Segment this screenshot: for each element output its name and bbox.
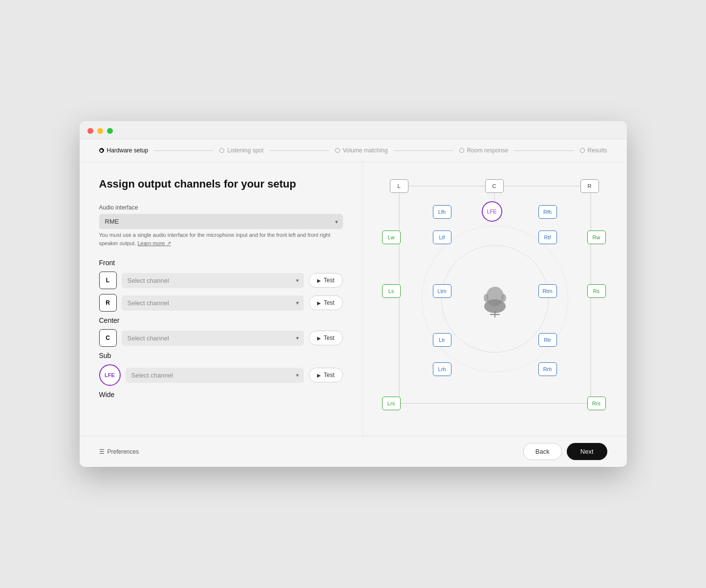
channel-select-wrapper-lfe: Select channel ▾ [126, 368, 304, 383]
speaker-node-LFE: LFE [482, 201, 502, 222]
channel-row-c: C Select channel ▾ ▶ Test [99, 329, 343, 347]
channel-select-wrapper-l: Select channel ▾ [122, 273, 304, 288]
play-icon-r: ▶ [317, 300, 321, 306]
channel-row-r: R Select channel ▾ ▶ Test [99, 294, 343, 312]
step-listening[interactable]: Listening spot [219, 147, 263, 154]
step-line-3 [394, 150, 453, 151]
step-results[interactable]: Results [580, 147, 607, 154]
step-label-volume: Volume matching [343, 147, 388, 154]
wide-label: Wide [99, 391, 343, 399]
sub-label: Sub [99, 352, 343, 359]
speaker-node-Rfh: Rfh [538, 205, 557, 219]
step-dot-listening [219, 148, 224, 153]
play-icon-lfe: ▶ [317, 373, 321, 378]
channel-select-c[interactable]: Select channel [122, 331, 304, 346]
speaker-node-Ltf: Ltf [433, 231, 451, 244]
main-content: Assign output channels for your setup Au… [80, 162, 627, 436]
front-section: Front L Select channel ▾ ▶ Test [99, 259, 343, 312]
progress-bar: Hardware setup Listening spot Volume mat… [80, 139, 627, 162]
footer: ☰ Preferences Back Next [80, 436, 627, 467]
step-line-4 [514, 150, 574, 151]
step-label-listening: Listening spot [227, 147, 263, 154]
step-dot-results [580, 148, 585, 153]
speaker-node-Rtr: Rtr [538, 333, 557, 347]
channel-select-lfe[interactable]: Select channel [126, 368, 304, 383]
audio-interface-section: Audio interface RME ▾ You must use a sin… [99, 204, 343, 247]
channel-select-l[interactable]: Select channel [122, 273, 304, 288]
preferences-button[interactable]: ☰ Preferences [99, 448, 139, 455]
speaker-node-C: C [485, 179, 504, 193]
test-button-l[interactable]: ▶ Test [309, 273, 342, 288]
speaker-node-Ltm: Ltm [433, 284, 451, 298]
next-button[interactable]: Next [567, 443, 607, 460]
listener-head [480, 284, 510, 314]
step-dot-hardware [99, 148, 104, 153]
center-section: Center C Select channel ▾ ▶ Test [99, 316, 343, 347]
step-label-room: Room response [467, 147, 509, 154]
channel-badge-c: C [99, 329, 117, 347]
svg-point-9 [501, 294, 506, 302]
speaker-node-Lrs: Lrs [382, 397, 401, 410]
sub-section: Sub LFE Select channel ▾ ▶ Test [99, 352, 343, 386]
speaker-node-R: R [580, 179, 599, 193]
speaker-node-Rw: Rw [587, 231, 606, 244]
preferences-label: Preferences [107, 448, 139, 455]
play-icon-l: ▶ [317, 278, 321, 283]
preferences-icon: ☰ [99, 448, 105, 455]
step-dot-room [459, 148, 464, 153]
front-label: Front [99, 259, 343, 267]
audio-interface-label: Audio interface [99, 204, 343, 211]
speaker-node-Rtf: Rtf [538, 231, 557, 244]
wide-section: Wide [99, 391, 343, 399]
test-button-lfe[interactable]: ▶ Test [309, 368, 342, 382]
speaker-node-L: L [390, 179, 408, 193]
speaker-diagram: L C R Lfh LFE Rfh Lw Ltf Rtf Rw [375, 172, 615, 426]
speaker-node-Ls: Ls [382, 284, 401, 298]
play-icon-c: ▶ [317, 336, 321, 341]
step-label-hardware: Hardware setup [107, 147, 149, 154]
speaker-node-Lrh: Lrh [433, 362, 451, 376]
channel-select-r[interactable]: Select channel [122, 295, 304, 311]
speaker-node-Rs: Rs [587, 284, 606, 298]
maximize-button[interactable] [107, 128, 113, 134]
speaker-node-Rrs: Rrs [587, 397, 606, 410]
step-line-1 [154, 150, 214, 151]
speaker-node-Ltr: Ltr [433, 333, 451, 347]
channel-select-wrapper-c: Select channel ▾ [122, 331, 304, 346]
channel-select-wrapper-r: Select channel ▾ [122, 295, 304, 311]
footer-actions: Back Next [523, 443, 607, 460]
channel-badge-l: L [99, 272, 117, 289]
right-panel: L C R Lfh LFE Rfh Lw Ltf Rtf Rw [363, 162, 627, 436]
speaker-node-Lw: Lw [382, 231, 401, 244]
step-room[interactable]: Room response [459, 147, 509, 154]
svg-point-7 [484, 299, 506, 313]
speaker-node-Lfh: Lfh [433, 205, 451, 219]
channel-row-lfe: LFE Select channel ▾ ▶ Test [99, 364, 343, 386]
svg-point-8 [484, 294, 489, 302]
center-label: Center [99, 316, 343, 324]
step-dot-volume [335, 148, 340, 153]
step-hardware[interactable]: Hardware setup [99, 147, 149, 154]
head-svg [480, 284, 510, 318]
back-button[interactable]: Back [523, 443, 562, 460]
test-button-r[interactable]: ▶ Test [309, 295, 342, 310]
step-line-2 [269, 150, 329, 151]
step-label-results: Results [588, 147, 607, 154]
left-panel: Assign output channels for your setup Au… [80, 162, 363, 436]
test-button-c[interactable]: ▶ Test [309, 331, 342, 345]
step-dot-inner [100, 149, 103, 152]
channel-badge-lfe: LFE [99, 364, 121, 386]
learn-more-link[interactable]: Learn more ↗ [137, 240, 171, 246]
speaker-node-Rrh: Rrh [538, 362, 557, 376]
page-title: Assign output channels for your setup [99, 178, 343, 190]
speaker-node-Rtm: Rtm [538, 284, 557, 298]
minimize-button[interactable] [97, 128, 103, 134]
audio-interface-helper: You must use a single audio interface fo… [99, 231, 343, 247]
step-volume[interactable]: Volume matching [335, 147, 388, 154]
app-window: Hardware setup Listening spot Volume mat… [80, 121, 627, 467]
channel-badge-r: R [99, 294, 117, 312]
channel-row-l: L Select channel ▾ ▶ Test [99, 272, 343, 289]
audio-interface-select[interactable]: RME [99, 214, 343, 229]
close-button[interactable] [87, 128, 93, 134]
titlebar [80, 121, 627, 139]
